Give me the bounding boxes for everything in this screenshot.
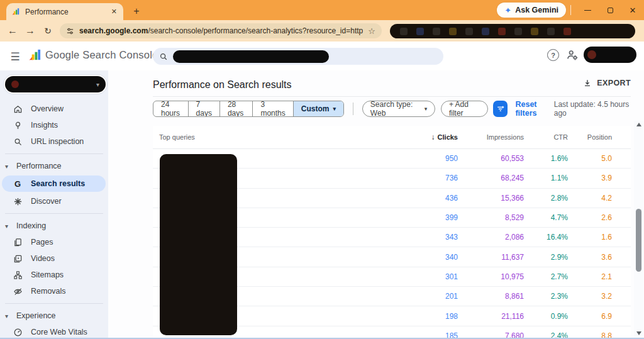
sidebar-section-performance[interactable]: ▾ Performance [0,158,108,174]
extension-icon [400,28,408,35]
sitemap-icon [13,270,23,280]
minimize-button[interactable] [576,0,599,20]
column-clicks[interactable]: ↓ Clicks [401,133,458,142]
reset-filters-link[interactable]: Reset filters [515,100,553,118]
position-cell: 4.2 [568,194,631,203]
search-type-dropdown[interactable]: Search type: Web ▾ [362,101,436,117]
date-range-3-months[interactable]: 3 months [252,101,292,116]
hamburger-menu-icon[interactable]: ☰ [8,49,23,64]
ctr-cell: 0.9% [524,312,568,321]
search-console-logo-icon [28,48,42,62]
close-window-button[interactable]: ✕ [621,0,644,20]
tab-favicon-icon [11,8,20,16]
sidebar-item-discover[interactable]: Discover [0,193,108,209]
address-bar[interactable]: search.google.com/search-console/perform… [60,23,382,38]
sidebar-item-sitemaps[interactable]: Sitemaps [0,267,108,283]
scrollbar-up-button[interactable] [634,121,643,128]
extension-icon [449,28,457,35]
account-redaction[interactable] [584,47,636,63]
sidebar-item-search-results[interactable]: G Search results [2,175,106,192]
column-top-queries[interactable]: Top queries [153,133,401,141]
clicks-cell: 301 [401,272,458,281]
maximize-icon [608,8,613,13]
lightbulb-icon [13,120,23,130]
clicks-cell: 198 [401,312,458,321]
ctr-cell: 2.7% [524,272,568,281]
back-button[interactable]: ← [4,20,21,42]
date-range-28-days[interactable]: 28 days [219,101,253,116]
sidebar-section-indexing[interactable]: ▾ Indexing [0,218,108,234]
ctr-cell: 1.6% [524,154,568,163]
sidebar: ▾ Overview Insights URL inspection ▾ Per… [0,70,108,339]
triangle-up-icon [636,123,641,126]
position-cell: 1.6 [568,233,631,242]
sidebar-item-removals[interactable]: Removals [0,283,108,299]
table-header-row: Top queries ↓ Clicks Impressions CTR Pos… [153,126,631,149]
manage-users-button[interactable] [566,49,579,61]
impressions-cell: 21,116 [458,312,524,321]
header-search-input[interactable] [153,48,443,65]
extension-icon [416,28,424,35]
clicks-cell: 343 [401,233,458,242]
clicks-cell: 436 [401,194,458,203]
sidebar-item-insights[interactable]: Insights [0,117,108,133]
bookmark-icon[interactable]: ☆ [368,26,375,36]
extension-icon [564,28,571,35]
app-title: Google Search Console [45,49,158,61]
window-controls-divider [570,5,571,15]
gemini-icon: ✦ [504,6,511,15]
add-filter-button[interactable]: + Add filter [441,101,488,117]
forward-button[interactable]: → [21,20,39,42]
sidebar-divider [5,303,103,304]
export-button[interactable]: EXPORT [583,79,631,87]
date-range-segmented-control: 24 hours 7 days 28 days 3 months Custom … [153,101,344,117]
help-button[interactable]: ? [547,49,559,61]
extensions-redaction [390,24,635,38]
tab-close-icon[interactable]: ✕ [110,8,118,16]
reload-button[interactable]: ↻ [39,20,57,42]
column-position[interactable]: Position [568,133,631,141]
ask-gemini-button[interactable]: ✦ Ask Gemini [497,3,566,18]
url-text[interactable]: search.google.com/search-console/perform… [79,26,363,35]
browser-tab[interactable]: Performance ✕ [6,3,123,20]
sidebar-section-experience[interactable]: ▾ Experience [0,308,108,324]
property-selector[interactable]: ▾ [5,76,106,92]
site-settings-icon[interactable] [66,27,74,35]
scrollbar[interactable] [634,121,643,337]
ctr-cell: 2.8% [524,194,568,203]
sidebar-item-videos[interactable]: Videos [0,250,108,267]
main-content: Performance on Search results EXPORT 24 … [108,70,644,339]
sidebar-item-pages[interactable]: Pages [0,234,108,250]
page-title: Performance on Search results [153,79,292,91]
filter-bar: 24 hours 7 days 28 days 3 months Custom … [153,101,631,117]
new-tab-button[interactable]: + [130,4,143,18]
sidebar-item-overview[interactable]: Overview [0,101,108,117]
column-impressions[interactable]: Impressions [458,133,524,141]
date-range-24-hours[interactable]: 24 hours [153,101,188,116]
close-icon: ✕ [630,6,636,15]
sidebar-item-url-inspection[interactable]: URL inspection [0,133,108,150]
impressions-cell: 8,529 [458,213,524,222]
position-cell: 3.2 [568,292,631,301]
caret-down-icon: ▾ [333,106,336,112]
scrollbar-thumb[interactable] [636,209,641,272]
date-range-custom[interactable]: Custom ▾ [293,101,343,116]
date-range-7-days[interactable]: 7 days [188,101,219,116]
impressions-cell: 2,086 [458,233,524,242]
column-ctr[interactable]: CTR [524,133,568,141]
filter-toggle-button[interactable] [493,101,508,117]
ctr-cell: 1.1% [524,174,568,182]
eye-off-icon [13,286,23,296]
google-g-icon: G [13,179,23,189]
property-icon [11,81,19,88]
caret-down-icon: ▾ [5,313,11,320]
scrollbar-down-button[interactable] [634,330,643,337]
last-update-text: Last update: 4.5 hours ago [554,100,631,118]
minimize-icon [584,10,591,11]
impressions-cell: 8,861 [458,292,524,301]
search-text-redaction [173,50,329,63]
extension-icon [465,28,473,35]
maximize-button[interactable] [599,0,621,20]
sidebar-item-core-web-vitals[interactable]: Core Web Vitals [0,324,108,339]
ctr-cell: 16.4% [524,233,568,242]
